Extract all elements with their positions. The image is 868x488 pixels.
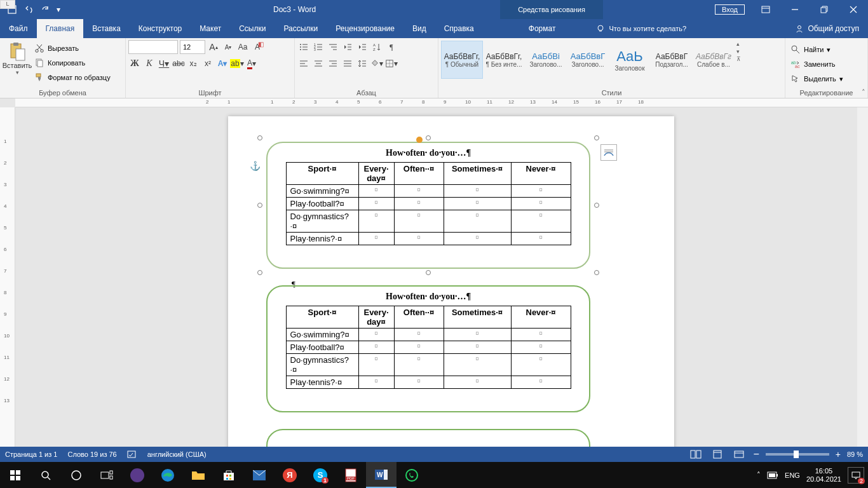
- tab-design[interactable]: Конструктор: [130, 19, 191, 38]
- vertical-ruler[interactable]: 12345678910111213: [0, 107, 15, 471]
- taskbar-skype[interactable]: S1: [305, 462, 336, 488]
- resize-handle-se[interactable]: [594, 270, 599, 275]
- status-language[interactable]: английский (США): [147, 451, 207, 458]
- zoom-out-button[interactable]: −: [753, 449, 759, 460]
- resize-handle-ne[interactable]: [594, 135, 599, 140]
- sign-in-button[interactable]: Вход: [715, 4, 745, 15]
- status-page[interactable]: Страница 1 из 1: [5, 451, 57, 458]
- style-3[interactable]: АаБбВвГЗаголово...: [567, 41, 609, 79]
- highlight-button[interactable]: ab▾: [231, 57, 243, 71]
- tray-chevron-icon[interactable]: ˄: [757, 471, 761, 479]
- taskbar-app-1[interactable]: [122, 462, 153, 488]
- font-name-input[interactable]: [128, 40, 178, 54]
- borders-button[interactable]: ▾: [385, 57, 398, 71]
- decrease-indent-button[interactable]: [341, 40, 354, 54]
- zoom-slider[interactable]: [766, 453, 829, 456]
- vertical-scrollbar[interactable]: [857, 107, 868, 471]
- multilevel-list-button[interactable]: [327, 40, 339, 54]
- tab-format[interactable]: Формат: [520, 19, 565, 38]
- document-scroll[interactable]: 21123456789101112131415161718 How·often·…: [15, 98, 868, 471]
- taskbar-whatsapp[interactable]: [397, 462, 427, 488]
- sort-button[interactable]: AZ: [370, 40, 383, 54]
- bold-button[interactable]: Ж: [128, 57, 141, 71]
- horizontal-ruler[interactable]: 21123456789101112131415161718: [15, 98, 868, 107]
- styles-up-icon[interactable]: ▴: [736, 41, 745, 47]
- taskbar-mail[interactable]: [244, 462, 275, 488]
- italic-button[interactable]: К: [143, 57, 156, 71]
- shape-frame-2[interactable]: How·often· do·you·…¶ Sport·¤Every·day¤Of…: [266, 285, 590, 412]
- qat-more-icon[interactable]: ▾: [53, 0, 64, 19]
- undo-icon[interactable]: [20, 0, 37, 19]
- taskbar-pdf[interactable]: PDF: [336, 462, 366, 488]
- style-5[interactable]: АаБбВвГПодзагол...: [651, 41, 693, 79]
- resize-handle-nw[interactable]: [257, 135, 262, 140]
- taskbar-edge[interactable]: [153, 462, 183, 488]
- tab-file[interactable]: Файл: [0, 19, 37, 38]
- select-button[interactable]: Выделить ▾: [788, 72, 846, 86]
- task-view-button[interactable]: [92, 462, 122, 488]
- bullets-button[interactable]: [297, 40, 310, 54]
- style-2[interactable]: АаБбВіЗаголово...: [525, 41, 567, 79]
- styles-down-icon[interactable]: ▾: [736, 48, 745, 55]
- find-button[interactable]: Найти ▾: [788, 43, 846, 57]
- status-words[interactable]: Слово 19 из 76: [67, 451, 116, 458]
- start-button[interactable]: [0, 462, 31, 488]
- battery-icon[interactable]: [767, 471, 778, 480]
- clear-format-button[interactable]: A◧: [251, 40, 264, 54]
- font-color-button[interactable]: A▾: [245, 57, 258, 71]
- resize-handle-n[interactable]: [426, 135, 431, 140]
- resize-handle-sw[interactable]: [257, 270, 262, 275]
- view-web-icon[interactable]: [731, 448, 747, 461]
- view-print-icon[interactable]: [710, 448, 725, 461]
- view-read-icon[interactable]: [688, 448, 703, 461]
- redo-icon[interactable]: [37, 0, 53, 19]
- resize-handle-e[interactable]: [594, 203, 599, 208]
- styles-more-icon[interactable]: ⊼: [736, 56, 745, 62]
- style-0[interactable]: АаБбВвГг,¶ Обычный: [441, 41, 483, 79]
- shrink-font-button[interactable]: A▾: [222, 40, 234, 54]
- tell-me-search[interactable]: Что вы хотите сделать?: [596, 19, 686, 38]
- underline-button[interactable]: Ч▾: [158, 57, 170, 71]
- superscript-button[interactable]: x²: [201, 57, 214, 71]
- zoom-in-button[interactable]: +: [836, 449, 841, 459]
- anchor-icon[interactable]: ⚓: [250, 161, 261, 171]
- share-button[interactable]: Общий доступ: [795, 19, 859, 38]
- layout-options-button[interactable]: [600, 144, 617, 161]
- text-effects-button[interactable]: A▾: [216, 57, 229, 71]
- numbering-button[interactable]: 123: [312, 40, 325, 54]
- cortana-button[interactable]: [61, 462, 92, 488]
- ribbon-display-icon[interactable]: [751, 0, 780, 19]
- tab-help[interactable]: Справка: [435, 19, 483, 38]
- align-right-button[interactable]: [327, 57, 339, 71]
- subscript-button[interactable]: x₂: [187, 57, 200, 71]
- restore-icon[interactable]: [810, 0, 839, 19]
- align-left-button[interactable]: [297, 57, 310, 71]
- tab-view[interactable]: Вид: [403, 19, 435, 38]
- collapse-ribbon-icon[interactable]: ˄: [862, 88, 865, 97]
- tab-insert[interactable]: Вставка: [83, 19, 130, 38]
- tray-language[interactable]: ENG: [785, 471, 800, 479]
- zoom-value[interactable]: 89 %: [847, 451, 863, 458]
- copy-button[interactable]: Копировать: [32, 56, 113, 70]
- resize-handle-s[interactable]: [426, 270, 431, 275]
- line-spacing-button[interactable]: [356, 57, 369, 71]
- format-painter-button[interactable]: Формат по образцу: [32, 71, 113, 85]
- resize-handle-w[interactable]: [257, 203, 262, 208]
- strike-button[interactable]: abc: [172, 57, 185, 71]
- search-button[interactable]: [31, 462, 61, 488]
- align-center-button[interactable]: [312, 57, 325, 71]
- font-size-input[interactable]: [180, 40, 205, 54]
- tab-review[interactable]: Рецензирование: [327, 19, 403, 38]
- taskbar-store[interactable]: [214, 462, 244, 488]
- close-icon[interactable]: [839, 0, 868, 19]
- tab-mailings[interactable]: Рассылки: [275, 19, 327, 38]
- tab-references[interactable]: Ссылки: [230, 19, 275, 38]
- taskbar-word[interactable]: W: [366, 462, 397, 488]
- minimize-icon[interactable]: [780, 0, 810, 19]
- tab-layout[interactable]: Макет: [191, 19, 230, 38]
- increase-indent-button[interactable]: [356, 40, 369, 54]
- style-6[interactable]: АаБбВвГгСлабое в...: [693, 41, 735, 79]
- pilcrow-button[interactable]: ¶: [385, 40, 398, 54]
- style-1[interactable]: АаБбВвГг,¶ Без инте...: [483, 41, 525, 79]
- notification-center[interactable]: 2: [848, 467, 864, 484]
